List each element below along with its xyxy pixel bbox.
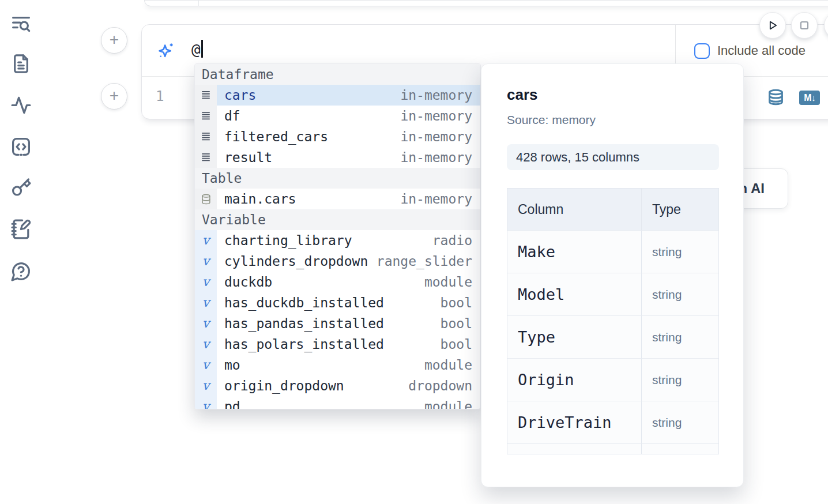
activity-icon[interactable] [10, 95, 32, 116]
item-type: bool [397, 316, 472, 331]
column-type: string [652, 330, 682, 344]
preview-source: Source: memory [507, 113, 718, 127]
autocomplete-item-duckdb[interactable]: vduckdbmodule [195, 272, 480, 292]
autocomplete-item-charting_library[interactable]: vcharting_libraryradio [195, 230, 480, 251]
variable-icon: v [195, 272, 217, 292]
markdown-icon[interactable]: M↓ [799, 91, 820, 105]
schema-row-clipped [507, 443, 718, 454]
item-type: dropdown [397, 378, 472, 393]
variable-icon: v [195, 251, 217, 272]
item-type: bool [397, 295, 472, 310]
marimo-notebook: + + @ Include all code 1 [0, 0, 828, 504]
notebook-pen-icon[interactable] [10, 219, 32, 240]
item-type: bool [397, 337, 472, 352]
item-name: result [217, 150, 397, 165]
include-all-code-label: Include all code [717, 43, 806, 58]
column-name: Type [518, 328, 555, 346]
schema-header-row: ColumnType [507, 189, 718, 230]
schema-row-Origin: Originstring [507, 358, 718, 401]
code-square-icon[interactable] [10, 136, 32, 157]
item-type: range_slider [377, 254, 472, 269]
file-text-icon[interactable] [10, 53, 32, 74]
variable-icon: v [195, 313, 217, 334]
variable-icon: v [195, 396, 217, 409]
autocomplete-item-cars[interactable]: carsin-memory [195, 85, 480, 106]
help-bubble-icon[interactable] [10, 261, 32, 282]
rows-icon [195, 85, 217, 106]
key-icon[interactable] [10, 177, 32, 198]
dataframe-preview-card: cars Source: memory 428 rows, 15 columns… [481, 63, 744, 487]
item-type: module [397, 274, 472, 289]
schema-row-Make: Makestring [507, 230, 718, 273]
autocomplete-item-has_duckdb_installed[interactable]: vhas_duckdb_installedbool [195, 292, 480, 313]
item-name: filtered_cars [217, 129, 397, 144]
previous-cell-divider [198, 1, 199, 6]
column-type: string [652, 245, 682, 259]
sparkle-ai-icon [156, 41, 175, 60]
item-name: pd [217, 399, 397, 409]
variable-icon: v [195, 230, 217, 251]
variable-icon: v [195, 292, 217, 313]
ai-prompt-text: @ [191, 41, 201, 58]
variable-icon: v [195, 375, 217, 396]
autocomplete-item-cylinders_dropdown[interactable]: vcylinders_dropdownrange_slider [195, 251, 480, 272]
column-name: DriveTrain [518, 413, 612, 431]
database-icon [195, 189, 217, 209]
variable-icon: v [195, 334, 217, 355]
item-name: cars [217, 88, 397, 103]
autocomplete-item-result[interactable]: resultin-memory [195, 147, 480, 168]
item-name: main.cars [217, 191, 397, 206]
column-type: string [652, 416, 682, 430]
autocomplete-item-filtered_cars[interactable]: filtered_carsin-memory [195, 126, 480, 147]
column-name: Model [518, 285, 564, 303]
schema-row-Type: Typestring [507, 315, 718, 358]
item-name: origin_dropdown [217, 378, 397, 393]
column-name: Make [518, 243, 555, 261]
autocomplete-item-mo[interactable]: vmomodule [195, 355, 480, 375]
schema-row-Model: Modelstring [507, 273, 718, 315]
variable-icon: v [195, 355, 217, 375]
rows-icon [195, 126, 217, 147]
autocomplete-section-variable: Variable [195, 209, 480, 230]
item-name: df [217, 108, 397, 123]
autocomplete-item-has_pandas_installed[interactable]: vhas_pandas_installedbool [195, 313, 480, 334]
text-search-icon[interactable] [10, 13, 32, 35]
item-name: mo [217, 358, 397, 373]
stop-icon [798, 19, 811, 32]
item-type: module [397, 358, 472, 373]
include-all-code-checkbox[interactable] [694, 43, 710, 59]
database-icon[interactable] [767, 89, 784, 107]
item-name: has_pandas_installed [217, 316, 397, 331]
item-type: radio [397, 233, 472, 248]
rows-icon [195, 147, 217, 168]
rows-icon [195, 106, 217, 126]
item-name: cylinders_dropdown [217, 254, 377, 269]
item-name: charting_library [217, 233, 397, 248]
autocomplete-item-main.cars[interactable]: main.carsin-memory [195, 189, 480, 209]
run-cell-button[interactable] [759, 12, 786, 39]
column-type: string [652, 373, 682, 387]
line-number: 1 [156, 88, 164, 104]
stop-cell-button[interactable] [791, 12, 818, 39]
preview-shape-badge: 428 rows, 15 columns [507, 144, 719, 170]
item-type: in-memory [397, 129, 472, 144]
autocomplete-item-origin_dropdown[interactable]: vorigin_dropdowndropdown [195, 375, 480, 396]
autocomplete-item-has_polars_installed[interactable]: vhas_polars_installedbool [195, 334, 480, 355]
item-name: has_duckdb_installed [217, 295, 397, 310]
item-type: in-memory [397, 88, 472, 103]
schema-row-DriveTrain: DriveTrainstring [507, 401, 718, 443]
autocomplete-item-pd[interactable]: vpdmodule [195, 396, 480, 409]
item-type: in-memory [397, 108, 472, 123]
item-type: in-memory [397, 191, 472, 206]
autocomplete-item-df[interactable]: dfin-memory [195, 106, 480, 126]
add-cell-above-button[interactable]: + [101, 27, 127, 54]
preview-schema-table: ColumnTypeMakestringModelstringTypestrin… [507, 188, 719, 454]
autocomplete-section-dataframe: Dataframe [195, 64, 480, 85]
autocomplete-popup: Dataframecarsin-memorydfin-memoryfiltere… [194, 63, 481, 409]
ai-prompt-input[interactable]: @ [191, 40, 203, 58]
item-name: has_polars_installed [217, 337, 397, 352]
add-cell-below-button[interactable]: + [101, 83, 127, 110]
previous-cell-edge [144, 0, 828, 6]
item-type: in-memory [397, 150, 472, 165]
preview-title: cars [507, 86, 718, 104]
